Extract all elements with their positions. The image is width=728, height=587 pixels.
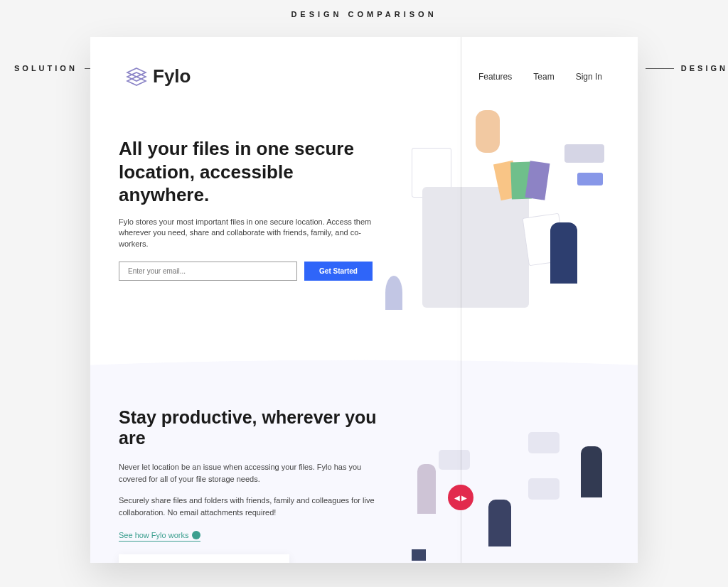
site-header: Fylo Features Team Sign In: [90, 37, 638, 95]
arrow-circle-icon: [192, 531, 200, 539]
divider-line: [646, 68, 674, 69]
person-icon: [488, 500, 511, 546]
chevron-right-icon: ▶: [461, 494, 467, 502]
nav-features[interactable]: Features: [478, 72, 512, 82]
logo[interactable]: Fylo: [126, 65, 191, 87]
email-form: Get Started: [119, 262, 373, 281]
main-nav: Features Team Sign In: [478, 72, 602, 82]
folder-icon: [422, 187, 529, 308]
email-input[interactable]: [119, 262, 297, 281]
hero-illustration: [387, 137, 616, 315]
curve-divider: [90, 343, 638, 386]
hero-section: All your files in one secure location, a…: [90, 95, 638, 343]
card-icon: [564, 144, 604, 163]
label-text: DESIGN: [681, 64, 728, 72]
page-title: DESIGN COMPARISON: [0, 0, 728, 26]
nav-signin[interactable]: Sign In: [576, 72, 602, 82]
see-how-link[interactable]: See how Fylo works: [119, 531, 200, 542]
productive-copy: Stay productive, wherever you are Never …: [119, 407, 389, 563]
design-label: DESIGN: [646, 64, 728, 72]
pot-icon: [412, 549, 426, 561]
plant-icon: [385, 276, 402, 310]
testimonial-card: “ Fylo has improved our team productivit…: [119, 554, 289, 563]
nav-team[interactable]: Team: [533, 72, 554, 82]
chat-bubble-icon: [528, 478, 560, 500]
person-icon: [417, 464, 436, 514]
chevron-left-icon: ◀: [454, 494, 460, 502]
productive-illustration: [410, 429, 610, 563]
productive-p2: Securely share files and folders with fr…: [119, 495, 389, 518]
link-text: See how Fylo works: [119, 531, 188, 539]
card-icon: [577, 173, 603, 185]
person-icon: [476, 110, 500, 153]
productive-title: Stay productive, wherever you are: [119, 407, 389, 448]
comparison-viewport: Fylo Features Team Sign In All your file…: [90, 37, 638, 563]
productive-section: Stay productive, wherever you are Never …: [90, 386, 638, 563]
label-text: SOLUTION: [14, 64, 77, 72]
slider-handle[interactable]: ◀ ▶: [448, 485, 473, 510]
chat-bubble-icon: [528, 432, 560, 453]
chat-bubble-icon: [439, 450, 470, 470]
logo-icon: [126, 68, 147, 86]
comparison-slider[interactable]: ◀ ▶: [461, 37, 461, 563]
hero-title: All your files in one secure location, a…: [119, 137, 373, 207]
productive-p1: Never let location be an issue when acce…: [119, 461, 389, 485]
hero-subtitle: Fylo stores your most important files in…: [119, 217, 373, 251]
get-started-button[interactable]: Get Started: [304, 262, 373, 281]
solution-panel: Fylo Features Team Sign In All your file…: [90, 37, 638, 563]
hero-copy: All your files in one secure location, a…: [119, 137, 373, 315]
person-icon: [550, 222, 577, 284]
logo-text: Fylo: [153, 65, 191, 87]
person-icon: [581, 446, 602, 497]
swatch-icon: [525, 161, 550, 200]
